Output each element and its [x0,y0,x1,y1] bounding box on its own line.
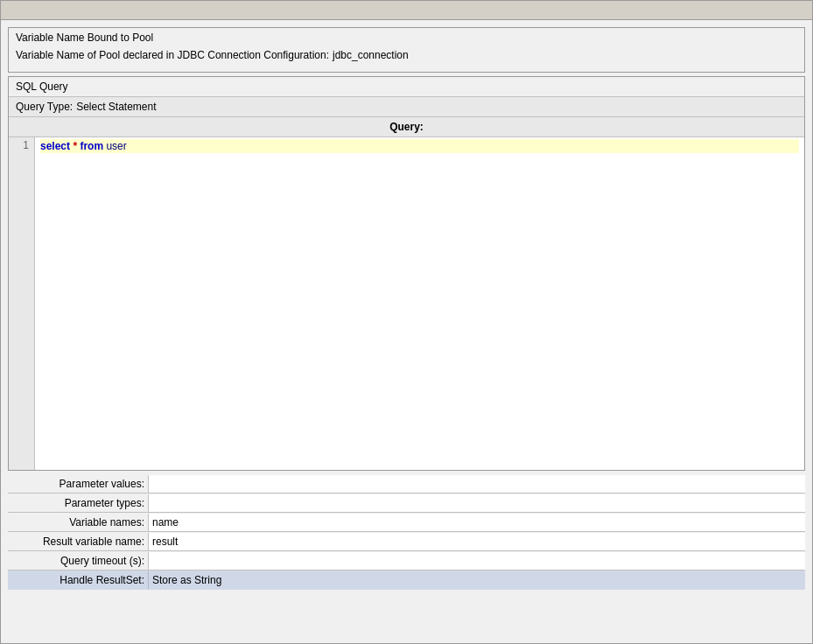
toolbar [1,1,812,20]
variable-names-row: Variable names: name [8,513,805,532]
pool-field-value: jdbc_connection [333,49,409,61]
query-timeout-label: Query timeout (s): [8,555,148,567]
code-area[interactable]: select * from user [35,137,804,470]
query-editor[interactable]: 1 select * from user [9,137,804,470]
param-values-row: Parameter values: [8,474,805,494]
param-types-label: Parameter types: [8,497,148,509]
pool-section-title: Variable Name Bound to Pool [16,32,797,44]
query-type-value: Select Statement [76,101,156,113]
pool-field-label: Variable Name of Pool declared in JDBC C… [16,49,329,61]
query-header: Query: [9,116,804,137]
sql-from-keyword: from [80,140,103,152]
sql-section: SQL Query Query Type: Select Statement Q… [8,76,805,471]
handle-resultset-row: Handle ResultSet: Store as String [8,570,805,590]
result-variable-value[interactable]: result [148,533,805,550]
params-section: Parameter values: Parameter types: Varia… [8,474,805,590]
main-container: Variable Name Bound to Pool Variable Nam… [0,0,813,644]
sql-star: * [73,140,77,152]
sql-line-1: select * from user [40,139,799,153]
query-timeout-row: Query timeout (s): [8,551,805,570]
sql-table-name: user [106,140,126,152]
handle-resultset-label: Handle ResultSet: [8,574,148,586]
query-type-row: Query Type: Select Statement [9,96,804,116]
handle-resultset-value[interactable]: Store as String [148,571,805,589]
result-variable-label: Result variable name: [8,536,148,548]
param-types-row: Parameter types: [8,494,805,513]
pool-section: Variable Name Bound to Pool Variable Nam… [8,27,805,73]
sql-select-keyword: select [40,140,70,152]
line-number-1: 1 [14,139,29,151]
sql-section-title: SQL Query [9,77,804,96]
variable-names-value[interactable]: name [148,514,805,531]
result-variable-row: Result variable name: result [8,532,805,551]
pool-field-row: Variable Name of Pool declared in JDBC C… [16,49,797,61]
param-types-input[interactable] [148,494,805,512]
param-values-label: Parameter values: [8,478,148,490]
param-values-input[interactable] [148,475,805,493]
variable-names-label: Variable names: [8,516,148,528]
line-numbers: 1 [9,137,35,470]
query-type-label: Query Type: [16,101,73,113]
query-timeout-input[interactable] [148,552,805,570]
